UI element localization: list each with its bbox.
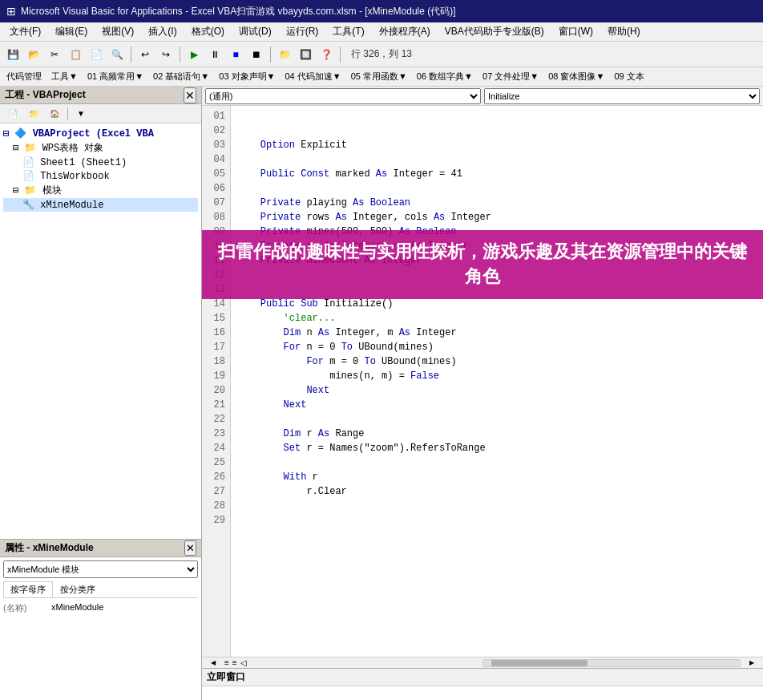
menu-edit[interactable]: 编辑(E) <box>49 23 94 40</box>
properties-title: 属性 - xMineModule <box>5 541 94 555</box>
properties-close-button[interactable]: ✕ <box>184 540 196 556</box>
tb-run[interactable]: ▶ <box>184 45 204 64</box>
code-line-04 <box>237 152 757 167</box>
code-content[interactable]: Option Explicit Public Const marked As I… <box>231 106 763 657</box>
ln-29: 29 <box>202 513 225 528</box>
st-06[interactable]: 06 数组字典▼ <box>414 69 476 84</box>
menu-view[interactable]: 视图(V) <box>95 23 140 40</box>
code-header: (通用) Initialize <box>202 87 763 106</box>
immediate-header: 立即窗口 <box>202 669 763 686</box>
tb-help[interactable]: ❓ <box>317 45 336 64</box>
menu-help[interactable]: 帮助(H) <box>601 23 647 40</box>
st-02[interactable]: 02 基础语句▼ <box>150 69 212 84</box>
ln-08: 08 <box>202 210 225 225</box>
properties-tabs: 按字母序 按分类序 <box>3 581 198 598</box>
tb-pause[interactable]: ⏸ <box>205 45 224 64</box>
ln-28: 28 <box>202 499 225 513</box>
code-line-23: Dim r As Range <box>237 427 757 441</box>
props-val-name: xMineModule <box>51 602 198 614</box>
st-04[interactable]: 04 代码加速▼ <box>281 69 344 84</box>
menu-file[interactable]: 文件(F) <box>3 23 47 40</box>
code-hscrollbar[interactable]: ◀ ≡ ≡ ◁ ▶ <box>202 657 763 668</box>
code-line-25 <box>237 455 757 470</box>
st-code-mgr[interactable]: 代码管理 <box>3 69 45 84</box>
code-module-dropdown[interactable]: (通用) <box>205 88 481 104</box>
tree-sheet1[interactable]: 📄 Sheet1 (Sheet1) <box>3 156 198 169</box>
code-line-14: Public Sub Initialize() <box>237 297 757 311</box>
scroll-icon-1[interactable]: ≡ <box>224 658 229 667</box>
ln-07: 07 <box>202 196 225 210</box>
ln-20: 20 <box>202 383 225 398</box>
tb-paste[interactable]: 📄 <box>87 45 106 64</box>
tb-redo[interactable]: ↪ <box>156 45 176 64</box>
tb-stop[interactable]: ■ <box>226 45 245 64</box>
code-14: Public Sub Initialize() <box>237 298 393 310</box>
code-line-05: Public Const marked As Integer = 41 <box>237 167 757 181</box>
st-05[interactable]: 05 常用函数▼ <box>348 69 410 84</box>
menu-window[interactable]: 窗口(W) <box>552 23 600 40</box>
tb-cut[interactable]: ✂ <box>45 45 64 64</box>
code-line-21: Next <box>237 398 757 412</box>
properties-selector: xMineModule 模块 <box>3 560 198 578</box>
position-info: 行 326，列 13 <box>351 47 412 61</box>
code-body: 01 02 03 04 05 06 07 08 09 10 11 12 13 1… <box>202 106 763 657</box>
ln-26: 26 <box>202 470 225 484</box>
menu-format[interactable]: 格式(O) <box>185 23 231 40</box>
st-08[interactable]: 08 窗体图像▼ <box>545 69 608 84</box>
ln-06: 06 <box>202 181 225 196</box>
tb-open[interactable]: 📂 <box>24 45 43 64</box>
menu-vba-helper[interactable]: VBA代码助手专业版(B) <box>438 23 551 40</box>
ln-02: 02 <box>202 123 225 138</box>
code-line-26: With r <box>237 470 757 484</box>
ln-24: 24 <box>202 441 225 455</box>
tree-modules-folder[interactable]: ⊟ 📁 模块 <box>3 183 198 198</box>
st-tools[interactable]: 工具▼ <box>48 69 81 84</box>
tb-reset[interactable]: ⏹ <box>247 45 266 64</box>
st-01[interactable]: 01 高频常用▼ <box>84 69 147 84</box>
code-hscroll-track[interactable] <box>482 659 741 667</box>
tree-thisworkbook[interactable]: 📄 ThisWorkbook <box>3 169 198 183</box>
module-selector[interactable]: xMineModule 模块 <box>3 560 198 578</box>
menu-bar: 文件(F) 编辑(E) 视图(V) 插入(I) 格式(O) 调试(D) 运行(R… <box>0 22 763 42</box>
scroll-icon-3[interactable]: ◁ <box>240 658 247 667</box>
st-07[interactable]: 07 文件处理▼ <box>479 69 542 84</box>
code-line-17: For n = 0 To UBound(mines) <box>237 340 757 354</box>
st-03[interactable]: 03 对象声明▼ <box>216 69 278 84</box>
proj-tb-3[interactable]: 🏠 <box>45 104 64 123</box>
ln-18: 18 <box>202 354 225 369</box>
proj-tb-scroll-down[interactable]: ▼ <box>71 104 91 123</box>
tb-project[interactable]: 📁 <box>275 45 294 64</box>
banner-overlay: 扫雷作战的趣味性与实用性探析，游戏乐趣及其在资源管理中的关键角色 <box>202 230 763 299</box>
tree-xminemodule[interactable]: 🔧 xMineModule <box>3 198 198 212</box>
project-toolbar: 📄 📁 🏠 ▼ <box>0 104 201 123</box>
tb-copy[interactable]: 📋 <box>66 45 85 64</box>
tree-wps-folder[interactable]: ⊟ 📁 WPS表格 对象 <box>3 140 198 156</box>
banner-text: 扫雷作战的趣味性与实用性探析，游戏乐趣及其在资源管理中的关键角色 <box>218 240 747 289</box>
tb-object[interactable]: 🔲 <box>296 45 315 64</box>
menu-insert[interactable]: 插入(I) <box>142 23 183 40</box>
tree-vbaproject[interactable]: ⊟ 🔷 VBAProject (Excel VBA <box>3 127 198 140</box>
title-bar: ⊞ Microsoft Visual Basic for Application… <box>0 0 763 22</box>
code-line-20: Next <box>237 383 757 398</box>
tb-find[interactable]: 🔍 <box>107 45 127 64</box>
props-tab-category[interactable]: 按分类序 <box>53 581 103 597</box>
st-09[interactable]: 09 文本 <box>611 69 647 84</box>
proj-tb-2[interactable]: 📁 <box>24 104 43 123</box>
menu-addins[interactable]: 外接程序(A) <box>373 23 437 40</box>
immediate-body[interactable] <box>202 686 763 700</box>
code-20: Next <box>237 385 329 396</box>
code-proc-dropdown[interactable]: Initialize <box>484 88 760 104</box>
left-panel: 工程 - VBAProject ✕ 📄 📁 🏠 ▼ ⊟ 🔷 VBAProject… <box>0 87 202 700</box>
tb-undo[interactable]: ↩ <box>135 45 155 64</box>
proj-tb-1[interactable]: 📄 <box>3 104 22 123</box>
project-close-button[interactable]: ✕ <box>184 87 196 103</box>
menu-tools[interactable]: 工具(T) <box>326 23 370 40</box>
menu-debug[interactable]: 调试(D) <box>232 23 278 40</box>
code-line-28 <box>237 499 757 513</box>
props-tab-alpha[interactable]: 按字母序 <box>3 581 53 597</box>
scroll-icon-2[interactable]: ≡ <box>232 658 237 667</box>
toolbar: 💾 📂 ✂ 📋 📄 🔍 ↩ ↪ ▶ ⏸ ■ ⏹ 📁 🔲 ❓ 行 326，列 13 <box>0 42 763 67</box>
code-24: Set r = Names("zoom").RefersToRange <box>237 443 486 454</box>
menu-run[interactable]: 运行(R) <box>280 23 325 40</box>
tb-save[interactable]: 💾 <box>3 45 22 64</box>
